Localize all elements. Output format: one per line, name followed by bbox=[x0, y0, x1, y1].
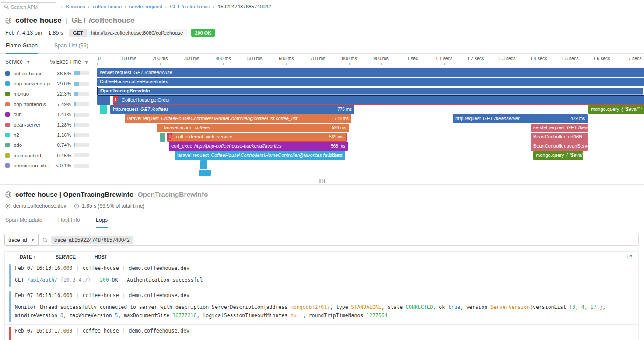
globe-icon bbox=[5, 191, 11, 198]
flame-span[interactable]: curl_exechttp://php-coffeehouse-backend/… bbox=[169, 142, 348, 151]
service-legend-row[interactable]: bean-server1.28% bbox=[0, 120, 93, 130]
log-message: Monitor thread successfully connected to… bbox=[15, 303, 634, 320]
axis-tick-label: 200 ms bbox=[153, 56, 168, 61]
service-label: mongo bbox=[14, 91, 54, 96]
host-icon bbox=[5, 203, 10, 209]
flame-span[interactable]: http.requestGET /beanserver429 ms bbox=[453, 114, 588, 123]
service-legend-row[interactable]: h21.16% bbox=[0, 130, 93, 140]
tab-flame-graph[interactable]: Flame Graph bbox=[6, 42, 38, 54]
pane-splitter[interactable] bbox=[0, 177, 644, 185]
service-color-swatch bbox=[5, 102, 10, 106]
service-color-swatch bbox=[5, 81, 10, 86]
service-legend-row[interactable]: php.backend.api29.0% bbox=[0, 78, 93, 89]
axis-tick-label: 300 ms bbox=[184, 56, 199, 61]
apm-search-placeholder: Search APM bbox=[11, 4, 38, 10]
flame-span[interactable]: BeanController.beanServe... bbox=[531, 142, 588, 151]
tab-span-list[interactable]: Span List (59) bbox=[54, 42, 88, 53]
flame-span[interactable]: !call_external_web_service569 ms bbox=[167, 133, 346, 142]
exec-time-column-header[interactable]: % Exec Time ▼ bbox=[50, 59, 88, 65]
flame-span[interactable]: OpenTracingBrewInfo bbox=[97, 87, 644, 96]
flame-span[interactable]: mongo.query{ "$eval" : "?", " bbox=[588, 105, 644, 114]
service-label: permission_ch... bbox=[14, 163, 54, 168]
tab-host-info[interactable]: Host Info bbox=[58, 217, 80, 228]
axis-tick-label: 1.2 secs bbox=[467, 56, 484, 61]
exec-time-bar bbox=[74, 82, 89, 86]
span-detail-meta: demo.coffeehouse.dev 1.85 s (99.5% of to… bbox=[5, 203, 639, 209]
flame-span[interactable]: servlet.requestGET /beanse... bbox=[531, 124, 588, 132]
flame-graph: 0100 ms200 ms300 ms400 ms500 ms600 ms700… bbox=[97, 54, 644, 177]
span-duration: 569 ms bbox=[329, 133, 343, 141]
log-service: coffee-house bbox=[83, 292, 119, 298]
tab-logs[interactable]: Logs bbox=[96, 217, 108, 228]
service-label: php.backend.api bbox=[14, 81, 54, 86]
trace-meta: Feb 7, 4:13 pm 1.85 s GET http://java-co… bbox=[5, 29, 644, 37]
span-name: OpenTracingBrewInfo bbox=[100, 88, 150, 93]
span-name: curl_exec bbox=[172, 143, 192, 149]
breadcrumb-item[interactable]: servlet.request bbox=[129, 4, 162, 9]
axis-tick-label: 500 ms bbox=[247, 56, 262, 61]
service-legend-row[interactable]: php.frontend.s...7.49% bbox=[0, 99, 93, 109]
exec-time-percent: 1.28% bbox=[54, 122, 71, 128]
flame-span[interactable]: mongo.query{ "$eval" : ... bbox=[533, 151, 583, 160]
flame-span[interactable]: laravel.requestCoffeeHouse\Controllers\H… bbox=[175, 151, 345, 160]
service-legend-row[interactable]: memcached0.15% bbox=[0, 150, 93, 160]
axis-tick-label: 400 ms bbox=[216, 56, 231, 61]
axis-tick-label: 1 sec bbox=[407, 56, 418, 61]
host-name[interactable]: demo.coffeehouse.dev bbox=[13, 203, 66, 209]
axis-tick-label: 800 ms bbox=[342, 56, 357, 61]
flame-span[interactable]: BeanController.redirect182... bbox=[531, 133, 588, 142]
tab-span-metadata[interactable]: Span Metadata bbox=[5, 217, 42, 228]
flame-span-block[interactable] bbox=[160, 133, 165, 142]
log-row[interactable]: Feb 07 16:13:16.000|coffee-house|demo.co… bbox=[5, 289, 638, 325]
breadcrumb-separator: › bbox=[165, 4, 167, 9]
flame-span[interactable]: CoffeeHouse.coffeeHouseIndex bbox=[97, 78, 644, 86]
flame-span[interactable]: !CoffeeHouse.getOrder bbox=[113, 96, 644, 105]
span-resource: CoffeeHouse\Controllers\HomeController@c… bbox=[161, 116, 297, 121]
span-name: CoffeeHouse.getOrder bbox=[122, 97, 170, 103]
service-color-swatch bbox=[5, 123, 10, 127]
service-legend-row[interactable]: mongo22.3% bbox=[0, 89, 93, 99]
span-duration: 182... bbox=[574, 133, 585, 141]
exec-time-percent: < 0.1% bbox=[54, 163, 71, 168]
span-detail-tabs: Span MetadataHost InfoLogs bbox=[5, 217, 639, 228]
span-name: laravel.request bbox=[127, 116, 159, 121]
trace-id-filter-chip[interactable]: trace_id:1592247487685740042 bbox=[51, 236, 133, 244]
flame-span-block[interactable] bbox=[200, 160, 207, 169]
span-name: mongo.query bbox=[536, 152, 564, 158]
log-search-input[interactable]: trace_id:1592247487685740042 bbox=[38, 234, 639, 246]
column-header-host[interactable]: HOST bbox=[94, 254, 107, 259]
duration-meta: 1.85 s (99.5% of total time) bbox=[74, 203, 144, 209]
breadcrumb-item[interactable]: GET /coffeehouse bbox=[170, 4, 210, 9]
flame-span[interactable]: laravel.actioncoffees596 ms bbox=[161, 124, 349, 132]
span-name: http.request bbox=[455, 116, 481, 121]
flame-span-block[interactable] bbox=[100, 105, 107, 114]
column-header-date[interactable]: DATE ↑ bbox=[5, 254, 56, 259]
open-in-new-icon[interactable] bbox=[626, 254, 632, 260]
span-resource: GET /coffeehouse bbox=[133, 70, 172, 75]
chevron-down-icon: ▼ bbox=[26, 60, 30, 64]
service-legend-row[interactable]: coffee-house36.5% bbox=[0, 68, 93, 78]
log-date: Feb 07 16:13:16.000 bbox=[15, 265, 73, 271]
apm-search-box[interactable]: Search APM bbox=[1, 2, 56, 11]
span-resource: GET /coffees bbox=[140, 106, 168, 112]
service-legend-row[interactable]: curl1.41% bbox=[0, 110, 93, 120]
service-legend-row[interactable]: pdo0.74% bbox=[0, 140, 93, 150]
service-legend-row[interactable]: permission_ch...< 0.1% bbox=[0, 161, 93, 171]
filter-field-select[interactable]: trace_id ▼ bbox=[4, 234, 38, 246]
breadcrumb-item[interactable]: Services bbox=[66, 4, 85, 9]
flame-span-block[interactable] bbox=[206, 170, 211, 176]
axis-tick-label: 1.7 secs bbox=[624, 56, 641, 61]
flame-span[interactable]: laravel.requestCoffeeHouse\Controllers\H… bbox=[125, 114, 351, 123]
log-row[interactable]: Feb 07 16:13:17.000|coffee-house|demo.co… bbox=[5, 325, 638, 340]
log-row[interactable]: Feb 07 16:13:16.000|coffee-house|demo.co… bbox=[5, 262, 638, 289]
breadcrumb-item[interactable]: coffee-house bbox=[93, 4, 122, 9]
column-header-service[interactable]: SERVICE bbox=[56, 254, 94, 259]
flame-span[interactable]: http.requestGET /coffees775 ms bbox=[110, 105, 354, 114]
flame-span-block[interactable] bbox=[97, 96, 110, 105]
trace-duration: 1.85 s bbox=[48, 30, 63, 36]
service-column-header[interactable]: Service ▼ bbox=[5, 59, 30, 65]
flame-span[interactable]: servlet.requestGET /coffeehouse bbox=[97, 68, 644, 77]
service-color-swatch bbox=[5, 163, 10, 168]
span-name: call_external_web_service bbox=[176, 134, 232, 139]
exec-time-percent: 22.3% bbox=[54, 91, 71, 96]
